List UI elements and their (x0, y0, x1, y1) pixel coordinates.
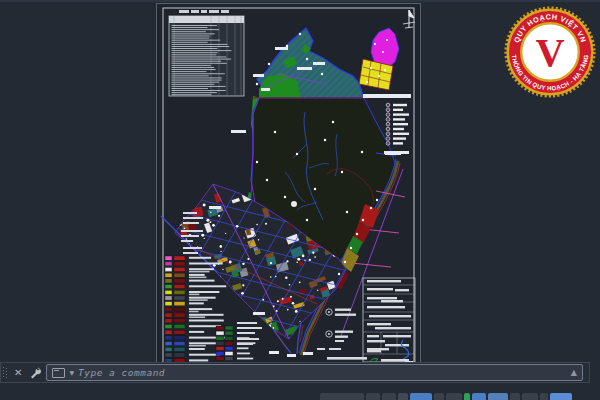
building-dot (249, 330, 251, 332)
legend-swatch (174, 285, 185, 289)
legend-swatch (174, 307, 185, 311)
dropdown-caret-icon[interactable]: ▼ (69, 369, 74, 376)
building-dot (314, 256, 316, 258)
drag-handle-icon[interactable] (3, 367, 7, 379)
command-placeholder: Type a command (78, 367, 165, 378)
legend-swatch (165, 353, 172, 357)
status-bar-button[interactable] (410, 393, 432, 400)
command-input[interactable]: ▼ Type a command ▲ (46, 364, 583, 381)
building-dot (312, 252, 314, 254)
building-dot (276, 310, 278, 312)
quy-hoach-badge: QUY HOẠCH VIỆT VN THÔNG TIN QUY HOẠCH - … (502, 4, 598, 100)
legend-label (189, 308, 212, 310)
urban-parcel (333, 338, 341, 348)
building-dot (180, 189, 182, 191)
command-bar[interactable]: ✕ ▼ Type a command ▲ (0, 362, 590, 383)
building-dot (242, 284, 244, 286)
legend-swatch (174, 347, 185, 351)
legend-swatch (165, 279, 172, 283)
urban-parcel (324, 315, 333, 322)
map-label (261, 88, 270, 91)
legend-swatch (165, 324, 172, 328)
legend-swatch (165, 342, 172, 346)
building-dot (186, 238, 187, 239)
building-dot (292, 302, 295, 305)
legend-swatch (174, 313, 185, 317)
status-bar-button[interactable] (446, 393, 462, 400)
building-dot (289, 284, 291, 286)
master-plan-map (157, 4, 420, 368)
collapse-arrow-icon[interactable]: ▲ (571, 368, 577, 377)
building-dot (207, 185, 209, 187)
status-bar-button[interactable] (464, 393, 470, 400)
legend-swatch (165, 267, 172, 271)
building-dot (222, 269, 223, 270)
building-dot (256, 224, 258, 226)
building-dot (299, 321, 300, 322)
badge-monogram: V (535, 30, 564, 75)
status-bar-button[interactable] (522, 393, 538, 400)
building-dot (219, 245, 222, 248)
building-dot (270, 323, 271, 324)
building-dot (348, 280, 350, 282)
building-dot (195, 181, 197, 183)
building-dot (265, 223, 267, 225)
building-dot (183, 191, 184, 192)
close-icon[interactable]: ✕ (11, 368, 25, 378)
legend-swatch (165, 262, 172, 266)
building-dot (342, 338, 343, 339)
status-bar-button[interactable] (510, 393, 520, 400)
legend-swatch (165, 330, 172, 334)
building-dot (209, 221, 211, 223)
urban-parcel (201, 180, 209, 189)
legend-label (189, 331, 204, 333)
building-dot (334, 338, 336, 340)
inset-map (359, 28, 399, 90)
urban-parcel (206, 300, 214, 309)
building-dot (302, 255, 305, 258)
building-dot (225, 233, 226, 234)
status-bar[interactable] (320, 393, 572, 400)
building-dot (212, 224, 215, 227)
building-dot (296, 261, 298, 263)
legend-label (189, 297, 216, 299)
building-dot (236, 199, 238, 201)
status-bar-button[interactable] (540, 393, 548, 400)
symbol-legend (386, 103, 409, 145)
bottom-notes-text (237, 322, 262, 345)
map-label (303, 352, 313, 355)
building-dot (220, 251, 221, 252)
map-label (297, 67, 312, 70)
status-bar-button[interactable] (434, 393, 444, 400)
building-dot (242, 263, 244, 265)
status-bar-button[interactable] (550, 393, 572, 400)
building-dot (235, 301, 237, 303)
customize-wrench-icon[interactable] (29, 366, 42, 379)
status-bar-button[interactable] (488, 393, 508, 400)
building-dot (317, 290, 318, 291)
building-dot (290, 341, 293, 344)
legend-swatch (165, 313, 172, 317)
building-dot (273, 327, 275, 329)
status-bar-button[interactable] (382, 393, 396, 400)
building-dot (188, 254, 189, 255)
status-bar-button[interactable] (320, 393, 364, 400)
map-label (313, 62, 325, 65)
legend-swatch (174, 262, 185, 266)
legend-label (189, 302, 204, 304)
status-bar-button[interactable] (398, 393, 408, 400)
legend-swatch (174, 342, 185, 346)
building-dot (266, 325, 268, 327)
building-dot (309, 259, 311, 261)
status-bar-button[interactable] (472, 393, 486, 400)
building-dot (188, 266, 189, 267)
building-dot (241, 292, 244, 295)
building-dot (269, 334, 272, 337)
plan-sheet (156, 3, 421, 369)
building-dot (212, 317, 214, 319)
building-dot (304, 259, 305, 260)
legend-swatch (174, 256, 185, 260)
building-dot (227, 324, 229, 326)
building-dot (282, 298, 284, 300)
status-bar-button[interactable] (366, 393, 380, 400)
